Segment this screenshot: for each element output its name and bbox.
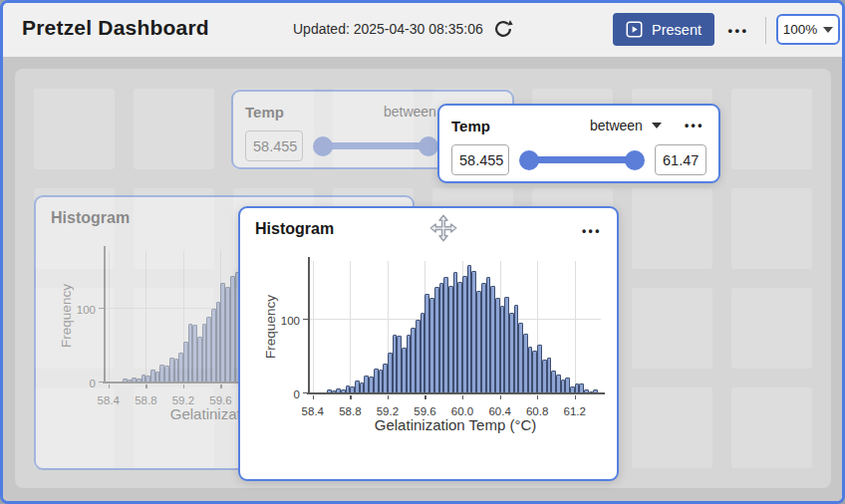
refresh-icon (492, 18, 514, 40)
x-tick-mark (462, 395, 463, 400)
histogram-bar (509, 313, 514, 393)
min-value-input[interactable] (451, 144, 509, 175)
plot-area: 58.458.859.259.660.060.460.861.20100 (310, 261, 601, 393)
histogram-chart: Frequency 58.458.859.259.660.060.460.861… (240, 208, 617, 479)
y-tick-mark (99, 308, 104, 309)
y-tick-mark (303, 319, 308, 320)
x-axis-label: Gelatinization Temp (°C) (375, 416, 536, 433)
histogram-bar (183, 342, 188, 382)
y-tick-label: 0 (260, 388, 300, 400)
x-tick-mark (313, 395, 314, 400)
chevron-down-icon (823, 27, 833, 33)
refresh-button[interactable] (490, 17, 516, 43)
v-gridline (109, 250, 110, 382)
y-tick-mark (99, 381, 104, 382)
histogram-bar (388, 353, 393, 393)
slider-track[interactable] (528, 156, 636, 163)
grid-placeholder-cell (632, 288, 712, 369)
v-gridline (313, 261, 314, 393)
histogram-bar (434, 287, 439, 393)
y-tick-label: 0 (56, 378, 96, 389)
operator-dropdown: between (384, 104, 436, 120)
x-tick-mark (220, 384, 221, 389)
slider-handle-max[interactable] (625, 150, 645, 170)
x-tick-mark (350, 395, 351, 400)
histogram-bar (169, 358, 174, 382)
max-value-input[interactable] (655, 144, 706, 175)
histogram-bar (402, 348, 407, 393)
x-tick-mark (183, 384, 184, 389)
temp-filter-widget[interactable]: Temp between ••• (437, 104, 720, 183)
chevron-down-icon[interactable] (652, 123, 662, 128)
histogram-bar (374, 369, 379, 393)
slider-handle-min[interactable] (519, 150, 539, 170)
y-tick-label: 100 (56, 304, 96, 316)
header-bar: Pretzel Dashboard Updated: 2025-04-30 08… (3, 3, 842, 57)
grid-placeholder-cell (134, 89, 214, 169)
header-divider (765, 17, 766, 44)
present-play-icon (626, 21, 643, 38)
x-tick-label: 61.2 (553, 405, 597, 417)
zoom-level-value: 100% (783, 22, 818, 37)
widget-title: Temp (245, 104, 284, 121)
v-gridline (350, 261, 351, 393)
slider-handle-min (313, 136, 333, 156)
grid-placeholder-cell (34, 89, 115, 169)
histogram-bar (556, 375, 561, 393)
zoom-level-dropdown[interactable]: 100% (776, 14, 840, 45)
histogram-widget[interactable]: Histogram ••• Frequency 58.458.859.259.6… (238, 206, 619, 481)
grid-placeholder-cell (731, 188, 812, 269)
histogram-bar (481, 283, 486, 393)
histogram-bar (448, 286, 453, 393)
temp-range-slider[interactable] (519, 150, 645, 170)
present-button-label: Present (652, 22, 702, 38)
operator-dropdown[interactable]: between (590, 118, 643, 133)
histogram-bar (197, 337, 202, 382)
y-tick-label: 100 (260, 315, 300, 327)
grid-placeholder-cell (632, 188, 712, 269)
dashboard-window: Pretzel Dashboard Updated: 2025-04-30 08… (0, 0, 845, 504)
y-axis-line (104, 246, 106, 383)
histogram-bar (542, 360, 547, 393)
widget-title: Temp (451, 118, 490, 134)
v-gridline (575, 261, 576, 393)
slider-track (322, 142, 429, 149)
temp-range-slider (313, 136, 438, 156)
y-tick-mark (303, 392, 308, 393)
updated-timestamp: Updated: 2025-04-30 08:35:06 (293, 21, 483, 37)
x-tick-mark (388, 395, 389, 400)
grid-placeholder-cell (731, 387, 812, 468)
v-gridline (145, 250, 146, 382)
present-button[interactable]: Present (613, 13, 714, 46)
histogram-bar (230, 276, 235, 382)
x-tick-mark (500, 395, 501, 400)
x-tick-mark (424, 395, 425, 400)
grid-placeholder-cell (731, 89, 812, 169)
grid-placeholder-cell (632, 387, 712, 468)
histogram-bar (495, 298, 500, 393)
x-axis-line (307, 392, 605, 394)
x-tick-mark (537, 395, 538, 400)
x-tick-mark (575, 395, 576, 400)
min-value-input (245, 130, 303, 161)
widget-menu-button[interactable]: ••• (685, 119, 704, 132)
x-tick-mark (109, 384, 110, 389)
grid-placeholder-cell (731, 288, 812, 369)
x-tick-mark (145, 384, 146, 389)
page-title: Pretzel Dashboard (22, 16, 209, 40)
y-axis-line (308, 257, 310, 394)
slider-handle-max (419, 136, 438, 156)
header-more-menu-button[interactable]: ••• (721, 18, 755, 42)
